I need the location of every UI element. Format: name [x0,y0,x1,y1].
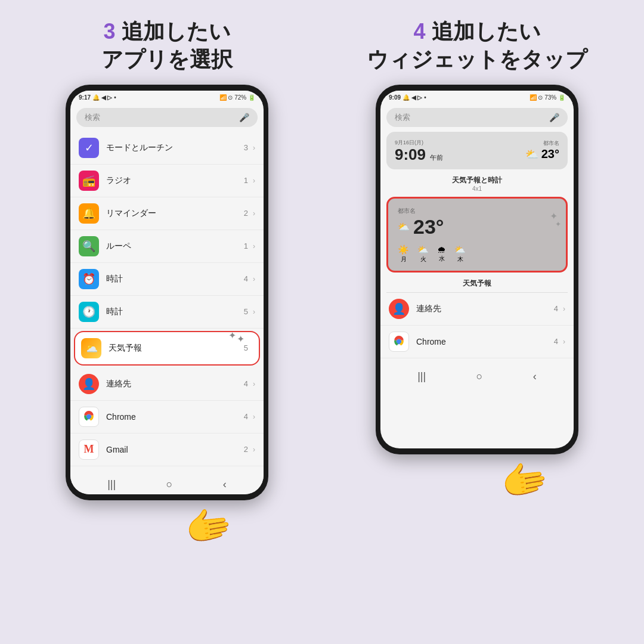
chevron-modes: › [253,144,255,152]
app-icon-radio: 📻 [79,171,99,191]
app-count-chrome-right: 4 [554,337,558,346]
app-row-clock1[interactable]: ⏰ 時計 4 › [70,263,264,296]
forecast-row: ☀️ 月 ⛅ 火 🌧 水 ⛅ 木 [398,244,556,264]
app-icon-loupe: 🔍 [79,236,99,256]
title-line1-right: 追加したい [432,19,541,44]
nav-back-left[interactable]: ‹ [223,478,227,491]
left-panel: 3 追加したい アプリを選択 9:17 🔔 ◀ ▷ • 📶 ⊙ 72% 🔋 検索… [18,18,316,500]
widget-title-text: 天気予報と時計 [380,175,574,185]
app-count-weather: 5 [244,343,248,352]
status-time-left: 9:17 🔔 ◀ ▷ • [79,94,116,101]
widget-small-time-section: 9月16日(月) 9:09 午前 [395,139,443,162]
sparkle-right-2: ✦ [555,220,561,228]
app-icon-chrome-left [79,407,99,427]
widget-small-weather-section: 都市名 ⛅ 23° [525,140,559,161]
forecast-mon: ☀️ 月 [398,244,409,264]
mic-icon-right: 🎤 [549,113,559,122]
phone-right: 9:09 🔔 ◀ ▷ • 📶 ⊙ 73% 🔋 検索 🎤 9月16日(月) 9:0… [376,85,578,454]
app-count-clock1: 4 [244,274,248,283]
forecast-thu: ⛅ 木 [454,244,466,264]
widget-time: 9:09 午前 [395,147,443,162]
status-bar-right: 9:09 🔔 ◀ ▷ • 📶 ⊙ 73% 🔋 [380,91,574,103]
status-time-right: 9:09 🔔 ◀ ▷ • [389,94,426,101]
app-list-right: 👤 連絡先 4 › [380,293,574,364]
app-name-chrome-left: Chrome [106,412,244,422]
chevron-contact-left: › [253,380,255,388]
mic-icon-left: 🎤 [239,113,249,122]
app-row-contact-left[interactable]: 👤 連絡先 4 › [70,368,264,401]
status-right-right: 📶 ⊙ 73% 🔋 [530,94,565,101]
app-row-reminder[interactable]: 🔔 リマインダー 2 › [70,197,264,230]
app-count-chrome-left: 4 [244,412,248,421]
search-bar-right[interactable]: 検索 🎤 [386,108,568,127]
chevron-contact-right: › [563,305,565,313]
app-count-contact-left: 4 [244,379,248,388]
app-icon-modes: ✓ [79,138,99,158]
widget-large-temp: 23° [413,215,444,239]
status-right-left: 📶 ⊙ 72% 🔋 [219,94,255,101]
app-icon-reminder: 🔔 [79,203,99,224]
forecast-tue: ⛅ 火 [417,244,429,264]
app-row-chrome-left[interactable]: Chrome 4 › [70,401,264,434]
app-row-modes[interactable]: ✓ モードとルーチン 3 › [70,132,264,165]
app-name-contact-right: 連絡先 [416,304,554,314]
widget-large-city: 都市名 [398,207,556,215]
app-count-contact-right: 4 [554,304,558,313]
app-count-clock2: 5 [244,307,248,316]
app-name-loupe: ルーペ [106,241,244,252]
app-list-left: ✓ モードとルーチン 3 › 📻 ラジオ 1 › 🔔 [70,132,264,472]
search-text-left: 検索 [85,112,100,123]
app-row-contact-right[interactable]: 👤 連絡先 4 › [380,293,574,326]
chevron-gmail-left: › [253,445,255,454]
widget-large-temp-row: ⛅ 23° [398,215,556,239]
app-name-weather: 天気予報 [109,343,244,354]
app-count-modes: 3 [244,143,248,152]
bottom-nav-right: ||| ○ ‹ [380,364,574,386]
widget-subtitle-text: 4x1 [380,185,574,192]
app-row-chrome-right[interactable]: Chrome 4 › [380,326,574,358]
gmail-m-left: M [84,443,94,456]
main-container: 3 追加したい アプリを選択 9:17 🔔 ◀ ▷ • 📶 ⊙ 72% 🔋 検索… [0,0,644,644]
app-name-chrome-right: Chrome [416,337,554,346]
app-row-clock2[interactable]: 🕐 時計 5 › [70,296,264,329]
step-number-left: 3 [103,19,115,44]
phone-screen-right: 9:09 🔔 ◀ ▷ • 📶 ⊙ 73% 🔋 検索 🎤 9月16日(月) 9:0… [380,91,574,448]
app-icon-clock2: 🕐 [79,302,99,322]
search-bar-left[interactable]: 検索 🎤 [76,108,258,127]
chevron-loupe: › [253,242,255,250]
app-name-reminder: リマインダー [106,208,244,219]
widget-large-weather-icon: ⛅ [398,221,410,233]
app-name-clock2: 時計 [106,306,244,317]
app-name-clock1: 時計 [106,274,244,284]
app-row-weather[interactable]: ⛅ 天気予報 5 ✦ ✦ [74,331,260,366]
phone-screen-left: 9:17 🔔 ◀ ▷ • 📶 ⊙ 72% 🔋 検索 🎤 ✓ モードとルーチン 3 [70,91,264,494]
app-icon-chrome-right [389,332,409,352]
nav-back-right[interactable]: ‹ [533,370,537,383]
title-line2-right: ウィジェットをタップ [367,47,587,72]
widget-small-card[interactable]: 9月16日(月) 9:09 午前 都市名 ⛅ 23° [386,132,568,169]
nav-home-left[interactable]: ○ [166,478,173,491]
phone-left: 9:17 🔔 ◀ ▷ • 📶 ⊙ 72% 🔋 検索 🎤 ✓ モードとルーチン 3 [66,85,268,500]
nav-menu-right[interactable]: ||| [417,370,426,383]
widget-large-card[interactable]: 都市名 ⛅ 23° ☀️ 月 ⛅ 火 [386,197,568,273]
chevron-clock1: › [253,275,255,283]
app-icon-weather: ⛅ [81,338,101,358]
app-count-reminder: 2 [244,209,248,218]
app-icon-gmail-left: M [79,439,99,460]
bottom-nav-left: ||| ○ ‹ [70,472,264,494]
app-count-loupe: 1 [244,242,248,250]
app-row-radio[interactable]: 📻 ラジオ 1 › [70,165,264,197]
svg-point-2 [87,415,91,419]
right-panel: 4 追加したい ウィジェットをタップ 9:09 🔔 ◀ ▷ • 📶 ⊙ 73% … [328,18,626,454]
right-title: 4 追加したい ウィジェットをタップ [367,18,587,74]
widget-title-row: 天気予報と時計 4x1 [380,173,574,193]
app-row-loupe[interactable]: 🔍 ルーペ 1 › [70,230,264,263]
app-count-radio: 1 [244,176,248,185]
nav-home-right[interactable]: ○ [476,370,483,383]
app-row-gmail-left[interactable]: M Gmail 2 › [70,434,264,466]
title-line1-left: 追加したい [122,19,231,44]
status-bar-left: 9:17 🔔 ◀ ▷ • 📶 ⊙ 72% 🔋 [70,91,264,103]
title-line2-left: アプリを選択 [101,47,233,72]
search-text-right: 検索 [395,112,410,123]
nav-menu-left[interactable]: ||| [107,478,116,491]
